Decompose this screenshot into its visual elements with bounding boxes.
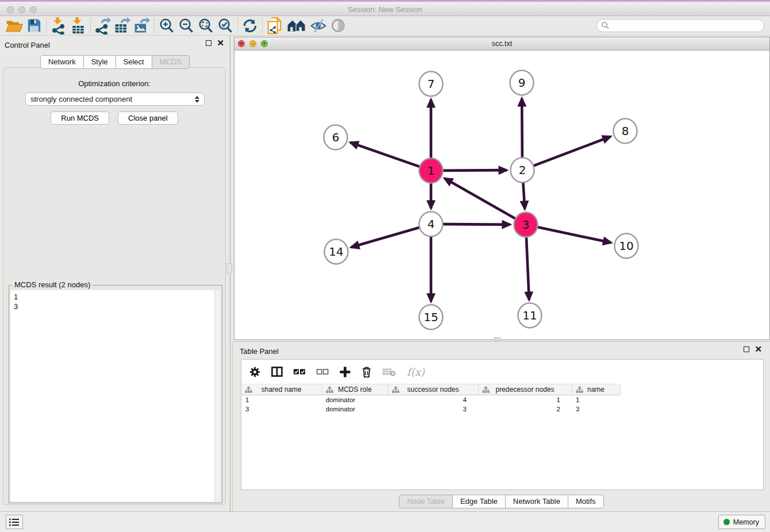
graph-node-7[interactable]: 7 <box>419 72 443 97</box>
graph-node-15[interactable]: 15 <box>419 305 443 330</box>
export-image-button[interactable] <box>132 17 152 34</box>
toolbar-separator <box>154 18 155 33</box>
node-label-6: 6 <box>332 130 340 144</box>
graph-node-14[interactable]: 14 <box>325 240 348 264</box>
table-cell[interactable]: 1 <box>478 395 572 404</box>
column-header-MCDS-role[interactable]: MCDS role <box>322 384 388 395</box>
graph-node-4[interactable]: 4 <box>419 212 443 237</box>
apply-layout-button[interactable] <box>240 17 260 34</box>
column-browse-button[interactable] <box>271 367 283 377</box>
edge-2-8[interactable] <box>532 137 610 167</box>
column-header-predecessor-nodes[interactable]: predecessor nodes <box>478 384 572 395</box>
search-field[interactable] <box>596 19 764 32</box>
close-panel-icon[interactable]: ✕ <box>217 40 224 46</box>
run-mcds-button[interactable]: Run MCDS <box>51 111 109 125</box>
column-header-shared-name[interactable]: shared name <box>241 384 322 395</box>
edge-2-3[interactable] <box>523 180 525 209</box>
delete-table-button[interactable] <box>383 367 396 376</box>
app-titlebar: Session: New Session <box>0 0 770 16</box>
mcds-result-area[interactable]: 1 3 <box>10 290 221 502</box>
tab-node-table[interactable]: Node Table <box>399 495 453 508</box>
edge-1-6[interactable] <box>351 142 421 167</box>
open-session-button[interactable] <box>5 17 24 34</box>
graph-node-6[interactable]: 6 <box>324 125 348 150</box>
tab-edge-table[interactable]: Edge Table <box>453 495 506 508</box>
table-cell[interactable]: 3 <box>388 404 478 414</box>
table-cell[interactable]: 3 <box>241 404 322 414</box>
export-network-button[interactable] <box>93 17 113 34</box>
import-network-button[interactable] <box>49 17 68 34</box>
tab-motifs[interactable]: Motifs <box>568 495 604 508</box>
graph-node-10[interactable]: 10 <box>615 234 638 259</box>
close-panel-button[interactable]: Close panel <box>118 111 178 125</box>
edge-3-11[interactable] <box>526 235 529 299</box>
tab-select[interactable]: Select <box>116 55 152 69</box>
graph-node-9[interactable]: 9 <box>510 71 534 95</box>
zoom-selected-button[interactable] <box>215 17 235 34</box>
close-table-panel-icon[interactable]: ✕ <box>754 346 762 352</box>
graph-node-11[interactable]: 11 <box>518 303 542 328</box>
column-header-name[interactable]: name <box>572 384 620 395</box>
table-row[interactable]: 3dominator323 <box>241 404 620 414</box>
table-panel-title: Table Panel <box>240 347 279 356</box>
graph-node-8[interactable]: 8 <box>614 119 637 144</box>
edge-3-1[interactable] <box>445 179 517 219</box>
mcds-result-text: 1 3 <box>14 292 213 500</box>
zoom-fit-button[interactable] <box>196 17 215 34</box>
node-label-15: 15 <box>424 310 438 324</box>
table-settings-button[interactable] <box>249 367 260 377</box>
edge-2-9[interactable] <box>522 98 522 159</box>
delete-column-button[interactable] <box>361 366 372 378</box>
table-cell[interactable]: dominator <box>322 395 388 404</box>
table-cell[interactable]: dominator <box>322 404 388 414</box>
zoom-in-button[interactable] <box>157 17 176 34</box>
table-cell[interactable]: 1 <box>572 395 620 404</box>
refresh-icon <box>242 18 258 34</box>
edge-4-14[interactable] <box>351 227 421 247</box>
deselect-all-columns-button[interactable] <box>317 368 329 376</box>
hide-vizmap-button[interactable] <box>309 17 328 34</box>
optimization-criterion-select[interactable]: strongly connected component <box>25 92 205 106</box>
add-column-button[interactable] <box>340 367 351 377</box>
network-window-titlebar[interactable]: × – + scc.txt <box>234 37 769 51</box>
tab-network[interactable]: Network <box>40 55 84 69</box>
save-session-button[interactable] <box>24 17 44 34</box>
import-table-button[interactable] <box>68 17 88 34</box>
float-table-panel-icon[interactable] <box>744 346 749 352</box>
network-canvas[interactable]: 7968124314101511 <box>234 51 769 340</box>
home-layout-button[interactable] <box>284 17 309 34</box>
export-table-button[interactable] <box>113 17 132 34</box>
node-label-1: 1 <box>428 164 435 178</box>
save-floppy-icon <box>27 18 41 33</box>
float-panel-icon[interactable] <box>206 40 211 46</box>
tab-mcds[interactable]: MCDS <box>152 55 190 69</box>
vertical-split-handle[interactable] <box>226 263 232 273</box>
search-input[interactable] <box>612 21 764 30</box>
graph-node-1[interactable]: 1 <box>419 159 443 183</box>
table-row[interactable]: 1dominator411 <box>241 395 620 404</box>
memory-button[interactable]: Memory <box>718 515 765 529</box>
horizontal-split-handle[interactable] <box>494 337 500 341</box>
search-icon <box>601 21 610 30</box>
select-all-columns-button[interactable] <box>294 368 306 376</box>
table-cell[interactable]: 1 <box>241 395 322 404</box>
graph-node-2[interactable]: 2 <box>511 158 534 183</box>
table-cell[interactable]: 3 <box>572 404 620 414</box>
toolbar-separator <box>237 18 238 33</box>
edge-1-2[interactable] <box>441 170 506 171</box>
graph-node-3[interactable]: 3 <box>514 213 538 237</box>
edge-4-3[interactable] <box>441 224 510 225</box>
task-history-button[interactable] <box>6 515 23 529</box>
table-cell[interactable]: 4 <box>388 395 478 404</box>
tab-style[interactable]: Style <box>84 55 116 69</box>
zoom-out-button[interactable] <box>176 17 196 34</box>
function-builder-button[interactable]: f(x) <box>407 366 425 378</box>
tab-network-table[interactable]: Network Table <box>506 495 568 508</box>
edge-3-10[interactable] <box>536 227 611 242</box>
table-cell[interactable]: 2 <box>478 404 572 414</box>
gear-icon <box>249 367 260 377</box>
clone-network-button[interactable] <box>265 17 284 34</box>
show-hidden-button[interactable] <box>328 17 348 34</box>
column-header-successor-nodes[interactable]: successor nodes <box>388 384 478 395</box>
result-scrollbar[interactable] <box>214 290 221 502</box>
